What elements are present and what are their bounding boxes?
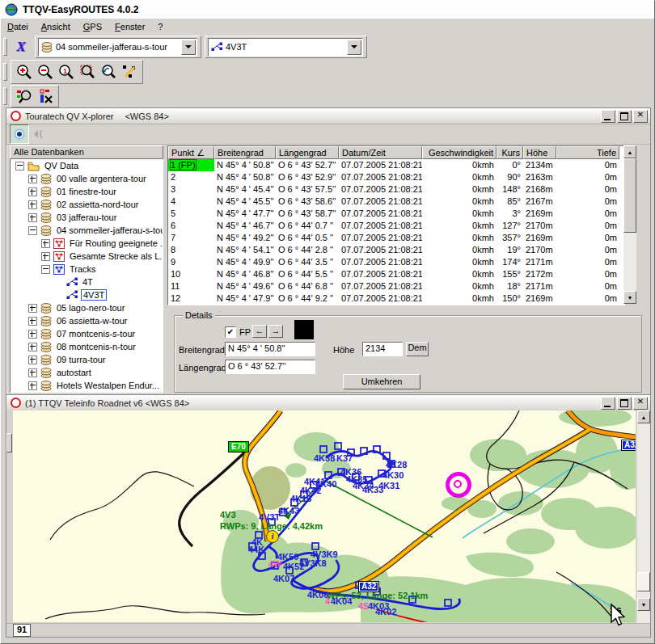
transfer-button[interactable] <box>29 125 47 143</box>
prev-point-button[interactable]: ← <box>252 325 267 338</box>
table-row[interactable]: 12N 45° 4 ' 47.9''O 6 ° 44' 9.2 ''07.07.… <box>168 293 624 305</box>
tree-item[interactable]: 03 jafferau-tour <box>11 211 163 224</box>
delete-waypoint-button[interactable] <box>36 86 55 106</box>
tree-item[interactable]: 07 montcenis-s-tour <box>11 327 163 340</box>
tour-combobox[interactable]: 04 sommeiler-jafferau-s-tour <box>38 38 197 57</box>
next-point-button[interactable]: → <box>268 325 283 338</box>
scroll-down-button[interactable]: ▼ <box>623 291 636 304</box>
exit-button[interactable]: X <box>11 37 31 57</box>
expand-icon[interactable] <box>28 200 37 209</box>
column-header[interactable]: Datum/Zeit <box>339 146 422 159</box>
collapse-icon[interactable] <box>15 162 24 170</box>
expand-icon[interactable] <box>28 175 37 183</box>
table-row[interactable]: 2N 45° 4 ' 50.8''O 6 ° 43' 52.9''07.07.2… <box>168 171 624 183</box>
maximize-button[interactable] <box>617 110 632 123</box>
menu-ansicht[interactable]: Ansicht <box>35 20 77 33</box>
map-scrollbar[interactable]: ▲ ▼ <box>637 410 650 624</box>
menu-gps[interactable]: GPS <box>77 20 108 33</box>
column-header[interactable]: Geschwindigkeit <box>422 146 497 159</box>
track-combobox[interactable]: 4V3T <box>208 38 363 57</box>
expand-icon[interactable] <box>28 381 37 390</box>
column-header[interactable]: Kurs <box>497 146 523 159</box>
tree-item[interactable]: 00 valle argentera-tour <box>11 172 163 185</box>
toolbar-grip[interactable] <box>3 87 7 105</box>
show-selection-button[interactable] <box>10 124 29 144</box>
collapse-icon[interactable] <box>28 226 37 235</box>
laengengrad-input[interactable]: O 6 ° 43' 52.7'' <box>225 360 315 374</box>
zoom-100-button[interactable]: 1 <box>57 62 76 82</box>
map-canvas[interactable]: 4K38K374K364K354K284K304K344K314K334K414… <box>13 410 636 622</box>
expand-icon[interactable] <box>41 252 50 261</box>
tree-item[interactable]: Für Routing geeignete ... <box>11 237 163 250</box>
fp-checkbox[interactable]: ✔ <box>225 326 236 338</box>
table-row[interactable]: 9N 45° 4 ' 49.9''O 6 ° 44' 3.5 ''07.07.2… <box>168 256 624 268</box>
minimize-button[interactable] <box>601 397 615 410</box>
tree-item[interactable]: Hotels Westalpen Endur... <box>11 379 163 392</box>
tree-item[interactable]: 08 montcenis-n-tour <box>11 340 163 353</box>
expand-icon[interactable] <box>28 304 37 313</box>
table-row[interactable]: 5N 45° 4 ' 47.7''O 6 ° 43' 58.7''07.07.2… <box>168 208 624 220</box>
tree-item[interactable]: 04 sommeiler-jafferau-s-tour <box>11 224 163 237</box>
close-button[interactable] <box>633 397 648 410</box>
close-button[interactable] <box>633 110 648 123</box>
column-header[interactable]: Höhe <box>523 146 556 159</box>
tree-item[interactable]: QV Data <box>11 159 163 172</box>
column-header[interactable]: Breitengrad <box>214 146 276 159</box>
table-row[interactable]: 3N 45° 4 ' 45.4''O 6 ° 43' 57.5''07.07.2… <box>168 183 624 196</box>
table-row[interactable]: 10N 45° 4 ' 46.8''O 6 ° 44' 5.5 ''07.07.… <box>168 268 624 280</box>
zoom-out-button[interactable] <box>36 62 55 82</box>
menu-hilfe[interactable]: ? <box>151 20 169 33</box>
show-on-map-button[interactable] <box>15 86 34 106</box>
column-header[interactable]: Punkt ∠ <box>168 146 214 159</box>
collapse-icon[interactable] <box>41 265 50 274</box>
tree-item[interactable]: 09 turra-tour <box>11 353 163 366</box>
toolbar-grip[interactable] <box>3 38 7 56</box>
umkehren-button[interactable]: Umkehren <box>343 374 420 389</box>
tree-item[interactable]: Gesamte Strecke als L... <box>11 250 163 263</box>
table-row[interactable]: 1 (FP)N 45° 4 ' 50.8''O 6 ° 43' 52.7''07… <box>168 159 624 171</box>
table-row[interactable]: 11N 45° 4 ' 49.6''O 6 ° 44' 6.8 ''07.07.… <box>168 280 624 293</box>
scroll-down-button[interactable]: ▼ <box>637 598 650 611</box>
scroll-up-button[interactable]: ▲ <box>623 145 636 158</box>
tree-item[interactable]: 01 finestre-tour <box>11 185 163 198</box>
expand-icon[interactable] <box>28 213 37 222</box>
tree-item[interactable]: 06 assietta-w-tour <box>11 314 163 327</box>
expand-icon[interactable] <box>28 368 37 377</box>
minimize-button[interactable] <box>601 110 615 123</box>
tree-item[interactable]: autostart <box>11 366 163 379</box>
menu-fenster[interactable]: Fenster <box>108 20 151 33</box>
table-row[interactable]: 8N 45° 4 ' 54.1''O 6 ° 44' 2.8 ''07.07.2… <box>168 244 624 256</box>
scroll-thumb[interactable] <box>637 572 650 591</box>
tree-item[interactable]: 4V3T <box>11 288 163 301</box>
expand-icon[interactable] <box>41 239 50 248</box>
map-left-gutter[interactable] <box>6 410 13 624</box>
zoom-in-button[interactable] <box>15 62 34 82</box>
zoom-window-button[interactable] <box>78 62 97 82</box>
toolbar-grip[interactable] <box>3 63 7 81</box>
table-scrollbar[interactable]: ▲ ▼ <box>623 145 636 304</box>
tree-item[interactable]: Tracks <box>11 263 163 276</box>
tree-item[interactable]: 05 lago-nero-tour <box>11 301 163 314</box>
tree-item[interactable]: 02 assietta-nord-tour <box>11 198 163 211</box>
table-row[interactable]: 6N 45° 4 ' 46.7''O 6 ° 44' 0.7 ''07.07.2… <box>168 220 624 232</box>
breitengrad-input[interactable]: N 45° 4 ' 50.8'' <box>225 342 315 356</box>
table-row[interactable]: 7N 45° 4 ' 49.2''O 6 ° 44' 0.5 ''07.07.2… <box>168 232 624 244</box>
column-header[interactable]: Tiefe <box>556 146 619 159</box>
tree-item[interactable]: 4T <box>11 276 163 288</box>
info-icon[interactable] <box>266 530 279 543</box>
table-row[interactable]: 4N 45° 4 ' 45.5''O 6 ° 43' 58.6''07.07.2… <box>168 196 624 208</box>
hoehe-input[interactable]: 2134 <box>362 342 403 356</box>
maximize-button[interactable] <box>617 397 632 410</box>
draw-track-button[interactable] <box>120 62 139 82</box>
column-header[interactable]: Längengrad <box>276 146 339 159</box>
track-combobox-dropdown[interactable] <box>347 40 361 55</box>
scroll-thumb[interactable] <box>623 158 636 233</box>
expand-icon[interactable] <box>28 317 37 326</box>
expand-icon[interactable] <box>28 187 37 196</box>
menu-datei[interactable]: Datei <box>1 20 35 33</box>
zoom-previous-button[interactable] <box>99 62 118 82</box>
dem-button[interactable]: Dem <box>406 342 429 356</box>
expand-icon[interactable] <box>28 330 37 339</box>
scroll-up-button[interactable]: ▲ <box>637 410 650 423</box>
track-color-swatch[interactable] <box>294 320 314 339</box>
